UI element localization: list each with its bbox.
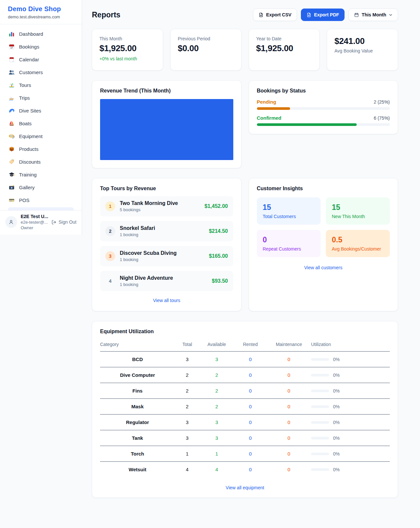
sign-out-button[interactable]: Sign Out [51, 219, 76, 225]
period-label: This Month [362, 12, 386, 17]
sidebar-item-label: Tours [19, 82, 31, 88]
sidebar-item-training[interactable]: Training [4, 168, 78, 181]
tour-amount: $165.00 [209, 253, 228, 259]
utilization-bar [311, 421, 329, 424]
revenue-trend-chart [100, 99, 233, 160]
equipment-total: 1 [175, 446, 200, 462]
export-csv-button[interactable]: Export CSV [253, 9, 297, 21]
equipment-table-header: Category Total Available Rented Maintena… [100, 340, 390, 352]
tour-list-item: 2 Snorkel Safari 1 booking $214.50 [100, 221, 233, 241]
equipment-category: Regulator [100, 415, 175, 430]
training-icon [9, 172, 15, 178]
sidebar-item-label: Customers [19, 70, 43, 75]
sign-out-icon [51, 219, 57, 225]
equipment-total: 2 [175, 383, 200, 399]
status-label: Confirmed [257, 115, 282, 121]
bookings-by-status-panel: Bookings by Status Pending 2 (25%) Confi… [249, 80, 398, 134]
sidebar-item-tours[interactable]: Tours [4, 79, 78, 91]
view-all-equipment-link[interactable]: View all equipment [100, 485, 390, 490]
sidebar-item-dive-sites[interactable]: Dive Sites [4, 104, 78, 117]
tour-bookings: 1 booking [120, 257, 204, 262]
utilization-percent: 0% [333, 373, 340, 378]
equipment-total: 2 [175, 367, 200, 383]
utilization-bar [311, 437, 329, 439]
sidebar-item-customers[interactable]: Customers [4, 66, 78, 79]
equipment-utilization-panel: Equipment Utilization Category Total Ava… [92, 321, 398, 498]
sidebar-item-calendar[interactable]: Calendar [4, 53, 78, 66]
sidebar-item-label: Gallery [19, 185, 35, 190]
sidebar-item-label: Products [19, 146, 38, 152]
export-pdf-button[interactable]: Export PDF [301, 9, 345, 21]
sidebar-item-discounts[interactable]: Discounts [4, 155, 78, 168]
rank-badge: 3 [105, 251, 115, 261]
equipment-maintenance: 0 [267, 352, 311, 367]
sidebar-item-boats[interactable]: Boats [4, 117, 78, 130]
tile-value: 0.5 [332, 235, 384, 244]
bookings-by-status-title: Bookings by Status [257, 88, 390, 94]
revenue-trend-title: Revenue Trend (This Month) [100, 88, 233, 94]
equipment-utilization: 0% [311, 430, 390, 446]
equipment-total: 3 [175, 352, 200, 367]
equipment-row: Wetsuit44000% [100, 462, 390, 477]
equipment-maintenance: 0 [267, 383, 311, 399]
tile-label: Total Customers [263, 214, 315, 219]
sidebar-item-products[interactable]: Products [4, 143, 78, 155]
equipment-icon [9, 133, 15, 139]
equipment-category: Mask [100, 399, 175, 415]
equipment-row: Mask22000% [100, 399, 390, 415]
sidebar-item-trips[interactable]: Trips [4, 91, 78, 104]
stat-label: Avg Booking Value [334, 48, 390, 53]
status-progress-track [257, 107, 390, 110]
tour-name: Snorkel Safari [120, 225, 155, 231]
sidebar-item-equipment[interactable]: Equipment [4, 130, 78, 143]
utilization-percent: 0% [333, 467, 340, 472]
stat-value: $0.00 [178, 43, 234, 53]
utilization-bar [311, 374, 329, 376]
pos-icon [9, 197, 15, 203]
sidebar-item-dashboard[interactable]: Dashboard [4, 28, 78, 40]
equipment-available: 3 [200, 415, 234, 430]
equipment-row: Regulator33000% [100, 415, 390, 430]
equipment-maintenance: 0 [267, 446, 311, 462]
export-csv-label: Export CSV [266, 12, 291, 17]
stat-card-previous-period: Previous Period $0.00 [170, 29, 242, 71]
equipment-available: 4 [200, 462, 234, 477]
sidebar-item-bookings[interactable]: 17 Bookings [4, 40, 78, 53]
tile-value: 15 [332, 203, 384, 212]
tour-list-item: 1 Two Tank Morning Dive 5 bookings $1,45… [100, 196, 233, 216]
calendar-icon [9, 56, 15, 63]
top-tours-panel: Top Tours by Revenue 1 Two Tank Morning … [92, 178, 242, 311]
customer-insights-panel: Customer Insights 15 Total Customers 15 … [249, 178, 398, 311]
stat-label: This Month [99, 36, 156, 41]
sidebar-item-reports-active-partial[interactable] [8, 207, 74, 210]
sidebar-item-pos[interactable]: POS [4, 194, 78, 207]
equipment-rented: 0 [234, 399, 267, 415]
customer-insights-title: Customer Insights [257, 186, 390, 192]
view-all-tours-link[interactable]: View all tours [100, 298, 233, 303]
sidebar-item-gallery[interactable]: Gallery [4, 181, 78, 194]
equipment-maintenance: 0 [267, 415, 311, 430]
equipment-row: BCD33000% [100, 352, 390, 367]
gallery-icon [9, 184, 15, 191]
chevron-down-icon [389, 13, 392, 17]
sidebar-item-label: Equipment [19, 133, 43, 139]
rank-badge: 1 [105, 201, 115, 211]
equipment-available: 2 [200, 383, 234, 399]
view-all-customers-link[interactable]: View all customers [257, 265, 390, 270]
tour-bookings: 1 booking [120, 282, 207, 287]
boats-icon [9, 120, 15, 127]
equipment-table-body: BCD33000%Dive Computer22000%Fins22000%Ma… [100, 352, 390, 477]
brand-block: Demo Dive Shop demo.test.divestreams.com [0, 0, 82, 24]
user-role: Owner [21, 225, 48, 230]
top-tours-title: Top Tours by Revenue [100, 186, 233, 192]
stat-cards: This Month $1,925.00 +0% vs last month P… [92, 29, 398, 71]
equipment-available: 2 [200, 399, 234, 415]
status-progress-fill [257, 107, 290, 110]
sidebar-item-label: Boats [19, 121, 32, 126]
period-select[interactable]: This Month [348, 9, 398, 21]
equipment-category: Wetsuit [100, 462, 175, 477]
main-content: Reports Export CSV Export PDF This Month… [82, 0, 420, 522]
equipment-row: Torch11000% [100, 446, 390, 462]
tours-icon [9, 82, 15, 88]
status-label: Pending [257, 99, 276, 105]
